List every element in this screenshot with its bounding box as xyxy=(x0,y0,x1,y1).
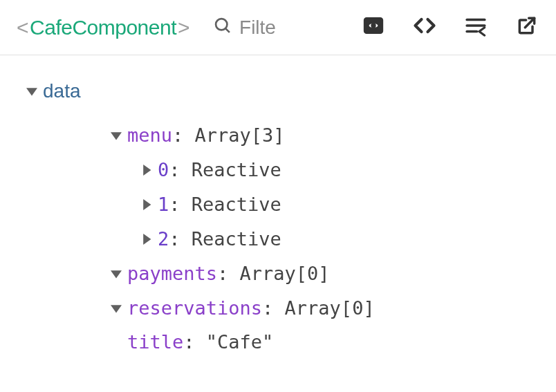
property-label: 1: Reactive xyxy=(158,190,281,219)
caret-down-icon xyxy=(109,303,123,314)
code-button[interactable] xyxy=(412,15,437,40)
caret-right-icon xyxy=(140,199,154,210)
property-label: menu: Array[3] xyxy=(127,121,285,150)
property-label: payments: Array[0] xyxy=(127,259,330,288)
tree-node-reservations[interactable]: reservations: Array[0] xyxy=(55,291,541,326)
svg-marker-10 xyxy=(111,133,122,140)
filter-field[interactable] xyxy=(213,16,310,39)
component-tag: < CafeComponent > xyxy=(17,16,189,39)
caret-down-icon xyxy=(25,86,39,97)
svg-marker-9 xyxy=(26,88,37,95)
property-label: reservations: Array[0] xyxy=(127,294,375,323)
filter-input[interactable] xyxy=(239,17,302,39)
tree-node-title[interactable]: title: "Cafe" xyxy=(55,325,541,360)
caret-right-icon xyxy=(140,165,154,176)
svg-marker-11 xyxy=(143,165,151,176)
svg-point-4 xyxy=(372,24,376,27)
toolbar xyxy=(361,15,539,40)
inspect-button[interactable] xyxy=(361,15,386,40)
property-label: title: "Cafe" xyxy=(127,328,273,357)
property-label: 0: Reactive xyxy=(158,156,281,185)
tree-children: menu: Array[3] 0: Reactive 1: Reactive 2… xyxy=(25,109,541,360)
tree-node-menu[interactable]: menu: Array[3] xyxy=(55,118,541,153)
format-button[interactable] xyxy=(463,15,488,40)
open-external-icon xyxy=(516,15,538,41)
caret-down-icon xyxy=(109,268,123,279)
angle-right: > xyxy=(178,16,189,39)
open-external-button[interactable] xyxy=(515,15,539,40)
caret-down-icon xyxy=(109,130,123,141)
tree-node-menu-1[interactable]: 1: Reactive xyxy=(55,187,541,222)
format-lines-icon xyxy=(464,14,488,41)
tree-node-menu-0[interactable]: 0: Reactive xyxy=(55,153,541,187)
data-label: data xyxy=(43,76,81,106)
svg-marker-15 xyxy=(111,305,122,312)
svg-point-0 xyxy=(216,19,227,30)
search-icon xyxy=(213,16,232,39)
tree-node-data[interactable]: data xyxy=(25,73,541,109)
eye-box-icon xyxy=(362,14,385,41)
angle-left: < xyxy=(17,16,28,39)
svg-marker-13 xyxy=(143,234,151,245)
tree-node-payments[interactable]: payments: Array[0] xyxy=(55,256,541,291)
svg-line-1 xyxy=(225,28,230,32)
data-tree: data menu: Array[3] 0: Reactive 1: React… xyxy=(0,55,556,360)
svg-marker-12 xyxy=(143,199,151,210)
angle-brackets-icon xyxy=(412,13,437,42)
inspector-header: < CafeComponent > xyxy=(0,0,556,55)
caret-right-icon xyxy=(140,234,154,245)
property-label: 2: Reactive xyxy=(158,225,281,254)
tree-node-menu-2[interactable]: 2: Reactive xyxy=(55,222,541,256)
component-name: CafeComponent xyxy=(30,16,176,39)
svg-marker-14 xyxy=(111,270,122,278)
